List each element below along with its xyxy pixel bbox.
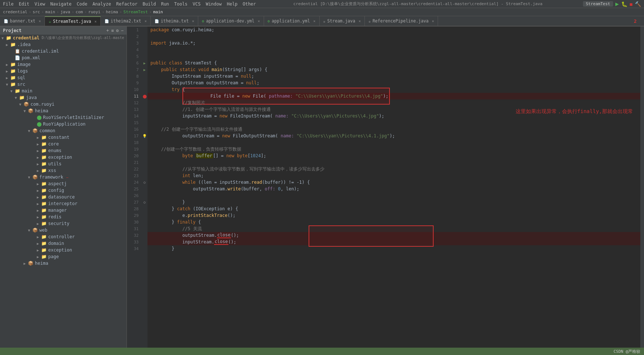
stop-button[interactable]: ◼: [630, 1, 633, 7]
code-editor[interactable]: 1 2 3 4 5 6 7 8 9 10 11 12 13 14 15 16 1…: [127, 27, 644, 355]
menu-vcs[interactable]: VCS: [193, 1, 201, 7]
tree-page[interactable]: ▶ 📁 page: [0, 253, 127, 260]
editor-scrollbar[interactable]: [640, 27, 644, 355]
ln-19: 19: [127, 146, 142, 152]
bc-streamtest[interactable]: StreamTest: [124, 10, 148, 14]
bc-credential[interactable]: credential: [3, 10, 27, 14]
gutter-11[interactable]: ⬤: [142, 93, 147, 99]
close-app-dev-tab[interactable]: ×: [258, 19, 260, 23]
tree-image[interactable]: ▶ 📁 image: [0, 61, 127, 68]
tree-java[interactable]: ▼ 📁 java: [0, 94, 127, 101]
tree-heima2[interactable]: ▶ 📦 heima: [0, 260, 127, 267]
tree-utils[interactable]: ▶ 📁 utils: [0, 161, 127, 167]
tree-security[interactable]: ▶ 📁 security: [0, 220, 127, 227]
bc-ruoyi[interactable]: ruoyi: [88, 10, 100, 14]
tab-itheima2-txt[interactable]: 📄 itheima2.txt ×: [101, 16, 151, 26]
bc-main-method[interactable]: main: [153, 10, 163, 14]
tree-ruoyi-servlet[interactable]: ▶ ⬤ RuoYiServletInitializer: [0, 114, 127, 121]
close-itheima2-tab[interactable]: ×: [145, 19, 147, 23]
ln-17: 17: [127, 133, 142, 139]
close-itheima-tab[interactable]: ×: [192, 19, 194, 23]
menu-edit[interactable]: Edit: [19, 1, 29, 7]
tree-core[interactable]: ▶ 📁 core: [0, 141, 127, 147]
settings-icon[interactable]: ⚙: [116, 28, 119, 33]
status-bar: CSDN @严格较: [0, 348, 644, 355]
bc-java[interactable]: java: [60, 10, 70, 14]
align-icon[interactable]: ≡: [111, 28, 114, 33]
bc-com[interactable]: com: [76, 10, 83, 14]
tree-pom-xml[interactable]: ▶ 📄 pom.xml: [0, 55, 127, 61]
menu-code[interactable]: Code: [77, 1, 88, 7]
menu-other[interactable]: Other: [243, 1, 256, 7]
error-indicator: 2: [634, 16, 644, 26]
close-stream-tab[interactable]: ×: [359, 19, 361, 23]
tree-com-ruoyi[interactable]: ▼ 📦 com.ruoyi: [0, 101, 127, 108]
close-refpipeline-tab[interactable]: ×: [432, 19, 434, 23]
tree-enums[interactable]: ▶ 📁 enums: [0, 147, 127, 154]
minimize-icon[interactable]: −: [121, 28, 124, 33]
tab-refpipeline-java[interactable]: ☕ ReferencePipeline.java ×: [365, 16, 438, 26]
tab-app-dev-yml[interactable]: ⚙ application-dev.yml ×: [198, 16, 264, 26]
gutter-27[interactable]: ◯: [142, 199, 147, 205]
tab-itheima-txt[interactable]: 📄 itheima.txt ×: [151, 16, 198, 26]
bc-src[interactable]: src: [33, 10, 40, 14]
close-streamtest-tab[interactable]: ×: [95, 20, 97, 24]
menu-run[interactable]: Run: [161, 1, 169, 7]
ln-30: 30: [127, 219, 142, 225]
menu-file[interactable]: File: [3, 1, 14, 7]
tree-redis[interactable]: ▶ 📁 redis: [0, 214, 127, 220]
menu-view[interactable]: View: [35, 1, 45, 7]
tree-exception-common[interactable]: ▶ 📁 exception: [0, 154, 127, 161]
tree-heima[interactable]: ▼ 📦 heima: [0, 108, 127, 114]
tree-aspectj[interactable]: ▶ 📁 aspectj: [0, 180, 127, 187]
tree-exception-web[interactable]: ▶ 📁 exception: [0, 247, 127, 253]
tab-stream-java[interactable]: ☕ Stream.java ×: [320, 16, 365, 26]
tree-framework[interactable]: ▼ 📦 framework —: [0, 174, 127, 180]
tree-root-credential[interactable]: ▼ 📁 credential D:\接单\企业资质与分析系统\zzgl-all-…: [0, 35, 127, 41]
iml-icon: 📋: [15, 49, 20, 54]
menu-navigate[interactable]: Navigate: [50, 1, 72, 7]
tab-banner-txt[interactable]: 📄 banner.txt ×: [0, 16, 45, 26]
tree-ruoyi-app[interactable]: ▶ ⬤ RuoYiApplication: [0, 121, 127, 127]
add-icon[interactable]: +: [106, 28, 109, 33]
tree-interceptor[interactable]: ▶ 📁 interceptor: [0, 200, 127, 207]
tree-constant[interactable]: ▶ 📁 constant: [0, 134, 127, 141]
tab-label-streamtest: StreamTest.java: [53, 19, 91, 24]
tree-manager[interactable]: ▶ 📁 manager: [0, 207, 127, 214]
run-button[interactable]: ▶: [615, 0, 619, 7]
tree-main[interactable]: ▼ 📁 main: [0, 88, 127, 94]
bc-main[interactable]: main: [45, 10, 55, 14]
menu-refactor[interactable]: Refactor: [116, 1, 138, 7]
tree-src[interactable]: ▼ 📁 src: [0, 81, 127, 88]
menu-window[interactable]: Window: [206, 1, 221, 7]
tab-streamtest-java[interactable]: ☕ StreamTest.java ×: [45, 16, 101, 26]
tree-sql[interactable]: ▶ 📁 sql: [0, 74, 127, 81]
gutter-24[interactable]: ◯: [142, 179, 147, 186]
tree-config[interactable]: ▶ 📁 config: [0, 187, 127, 194]
heima2-label: heima: [35, 261, 48, 266]
tree-datasource[interactable]: ▶ 📁 datasource: [0, 194, 127, 200]
gutter-29: [142, 212, 147, 219]
tree-logs[interactable]: ▶ 📁 logs: [0, 68, 127, 74]
debug-button[interactable]: 🐛: [621, 1, 627, 7]
tree-controller[interactable]: ▶ 📁 controller: [0, 233, 127, 240]
tree-credential-iml[interactable]: ▶ 📋 credential.iml: [0, 48, 127, 55]
bc-heima[interactable]: heima: [106, 10, 118, 14]
menu-analyze[interactable]: Analyze: [92, 1, 111, 7]
tab-app-yml[interactable]: ⚙ application.yml ×: [264, 16, 320, 26]
tree-xss[interactable]: ▶ 📁 xss: [0, 167, 127, 174]
build-button[interactable]: 🔨: [635, 1, 641, 7]
close-app-yml-tab[interactable]: ×: [313, 19, 316, 23]
code-content[interactable]: package com.ruoyi.heima; import java.io.…: [147, 27, 640, 355]
line-numbers: 1 2 3 4 5 6 7 8 9 10 11 12 13 14 15 16 1…: [127, 27, 142, 355]
tree-common[interactable]: ▼ 📦 common: [0, 127, 127, 134]
menu-tools[interactable]: Tools: [174, 1, 188, 7]
tree-idea[interactable]: ▶ 📁 .idea: [0, 41, 127, 48]
gutter-30: [142, 219, 147, 225]
menu-help[interactable]: Help: [227, 1, 238, 7]
tree-domain[interactable]: ▶ 📁 domain: [0, 240, 127, 247]
menu-build[interactable]: Build: [143, 1, 156, 7]
redis-icon: 📁: [41, 214, 47, 219]
tree-web[interactable]: ▼ 📦 web: [0, 227, 127, 233]
close-banner-tab[interactable]: ×: [39, 19, 41, 23]
